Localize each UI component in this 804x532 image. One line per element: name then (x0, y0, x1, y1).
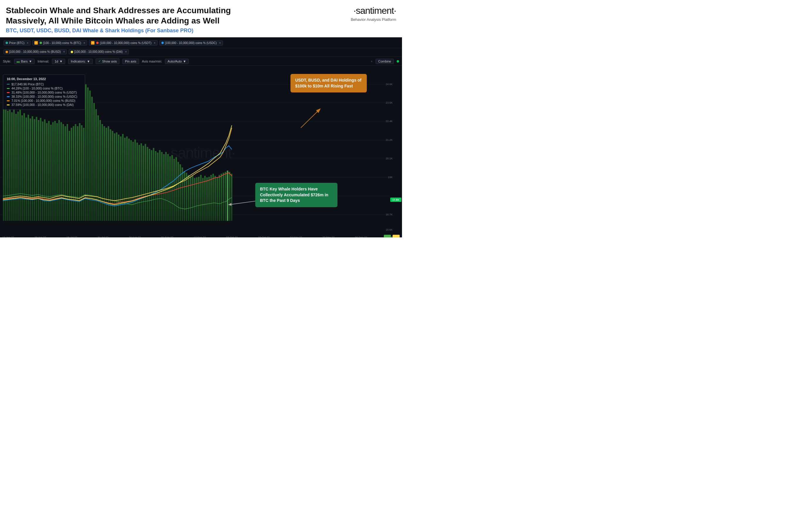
tooltip-value-4: 38.33% [100,000 - 10,000,000) coins % (U… (12, 95, 77, 98)
tooltip-value-2: 44.28% [100 - 10,000) coins % (BTC) (12, 87, 63, 90)
controls-row: Style: ▬ Bars ▼ Interval: 1d ▼ Indicator… (0, 57, 402, 66)
close-icon[interactable]: × (27, 41, 28, 44)
xaxis-label: 31 Jul 22 (98, 236, 109, 238)
svg-rect-15 (17, 112, 19, 221)
svg-rect-33 (54, 121, 56, 221)
svg-rect-23 (34, 119, 35, 221)
svg-rect-48 (85, 84, 87, 221)
xaxis-label: 29 Jun 22 (34, 236, 46, 238)
svg-text:17.8K: 17.8K (392, 198, 399, 201)
svg-text:23.5K: 23.5K (386, 101, 393, 104)
tooltip-row-2: 44.28% [100 - 10,000) coins % (BTC) (7, 87, 81, 90)
svg-rect-41 (71, 128, 72, 221)
x-axis: 13 Jun 22 29 Jun 22 15 Jul 22 31 Jul 22 … (0, 236, 402, 238)
indicators-button[interactable]: Indicators: ▼ (68, 59, 93, 64)
svg-rect-49 (87, 88, 89, 221)
svg-rect-95 (181, 168, 183, 221)
svg-rect-66 (122, 134, 123, 221)
style-bars-button[interactable]: ▬ Bars ▼ (14, 59, 35, 64)
svg-rect-40 (69, 131, 70, 221)
axis-value: Auto/Auto (168, 60, 181, 63)
chart-container: Price (BTC) × B [100 - 10,000) coins % (… (0, 38, 402, 238)
legend-busd (393, 235, 400, 238)
metric-label: [100,000 - 10,000,000) coins % (DAI) (74, 50, 123, 53)
svg-rect-59 (108, 126, 109, 221)
svg-text:19K: 19K (388, 175, 393, 178)
svg-rect-13 (13, 109, 15, 221)
xaxis-label: 17 Sep 22 (194, 236, 206, 238)
close-icon[interactable]: × (125, 50, 127, 53)
svg-text:15.6K: 15.6K (386, 228, 393, 231)
svg-rect-74 (138, 145, 140, 221)
svg-rect-108 (208, 177, 210, 221)
svg-rect-29 (46, 123, 47, 221)
metric-label: Price (BTC) (9, 41, 24, 44)
svg-rect-80 (151, 150, 152, 221)
interval-value: 1d (55, 60, 58, 63)
svg-rect-104 (200, 175, 202, 221)
show-axis-button[interactable]: ✓ Show axis (96, 58, 119, 64)
svg-text:24.6K: 24.6K (386, 82, 393, 86)
metric-busd-whale[interactable]: [100,000 - 10,000,000) coins % (BUSD) × (3, 49, 67, 54)
tooltip-row-1: $17,840.96 Price (BTC) (7, 82, 81, 86)
close-icon[interactable]: × (63, 50, 65, 53)
svg-rect-109 (210, 175, 212, 221)
svg-rect-27 (42, 121, 43, 221)
logo-name: santiment (356, 5, 394, 16)
svg-rect-73 (136, 142, 138, 221)
svg-rect-84 (159, 150, 160, 221)
tooltip-row-3: 31.48% [100,000 - 10,000,000) coins % (U… (7, 91, 81, 94)
style-value: Bars (21, 60, 28, 63)
svg-rect-56 (101, 124, 103, 221)
svg-rect-83 (157, 153, 158, 221)
metric-label: [100,000 - 10,000,000) coins % (USDC) (165, 41, 217, 44)
pin-axis-button[interactable]: Pin axis (122, 59, 139, 64)
svg-rect-93 (177, 162, 179, 221)
annotation-green-text: BTC Key Whale Holders Have Collectively … (260, 187, 328, 203)
xaxis-label: 19 Oct 22 (258, 236, 269, 238)
style-label: Style: (3, 60, 11, 63)
svg-rect-107 (206, 177, 208, 221)
tooltip-value-1: $17,840.96 Price (BTC) (12, 82, 44, 86)
svg-rect-55 (99, 120, 101, 221)
svg-rect-77 (145, 144, 146, 221)
tooltip-value-6: 37.59% [100,000 - 10,000,000) coins % (D… (12, 103, 74, 107)
xaxis-label: 16 Aug 22 (129, 236, 141, 238)
svg-rect-44 (77, 126, 78, 221)
svg-rect-70 (130, 140, 132, 221)
svg-rect-65 (120, 136, 121, 221)
logo-area: ·santiment· Behavior Analysis Platform (338, 5, 396, 22)
svg-rect-54 (97, 115, 99, 221)
xaxis-label: 03 Oct 22 (226, 236, 238, 238)
xaxis-label: 01 Sep 22 (161, 236, 173, 238)
close-icon[interactable]: × (154, 41, 155, 44)
svg-rect-53 (95, 109, 97, 221)
svg-rect-79 (149, 149, 150, 221)
live-indicator (397, 60, 399, 62)
annotation-orange: USDT, BUSD, and DAI Holdings of $100k to… (290, 74, 367, 92)
svg-rect-26 (40, 118, 41, 221)
metric-dai-whale[interactable]: [100,000 - 10,000,000) coins % (DAI) × (69, 49, 129, 54)
metric-usdc-whale[interactable]: [100,000 - 10,000,000) coins % (USDC) × (159, 40, 223, 45)
svg-rect-112 (216, 177, 218, 221)
metric-label: [100,000 - 10,000,000) coins % (BUSD) (9, 50, 61, 53)
axis-value-button[interactable]: Auto/Auto ▼ (165, 59, 189, 64)
svg-rect-94 (179, 164, 181, 221)
close-icon[interactable]: × (219, 41, 221, 44)
combine-button[interactable]: Combine (376, 59, 394, 64)
svg-rect-46 (81, 125, 82, 221)
svg-line-120 (301, 109, 320, 128)
svg-rect-24 (36, 117, 37, 221)
svg-rect-47 (83, 128, 84, 221)
indicators-label: Indicators: (71, 60, 86, 63)
metric-btc-shark[interactable]: B [100 - 10,000) coins % (BTC) × (32, 40, 87, 45)
interval-button[interactable]: 1d ▼ (52, 59, 65, 64)
close-icon[interactable]: × (84, 41, 85, 44)
svg-rect-32 (52, 122, 54, 221)
svg-rect-114 (221, 174, 222, 221)
svg-rect-16 (19, 110, 21, 221)
svg-text:22.4K: 22.4K (386, 120, 393, 123)
metric-usdt-whale[interactable]: B [100,000 - 10,000,000) coins % (USDT) … (89, 40, 157, 45)
svg-rect-10 (7, 111, 8, 221)
metric-btc-price[interactable]: Price (BTC) × (3, 40, 31, 45)
